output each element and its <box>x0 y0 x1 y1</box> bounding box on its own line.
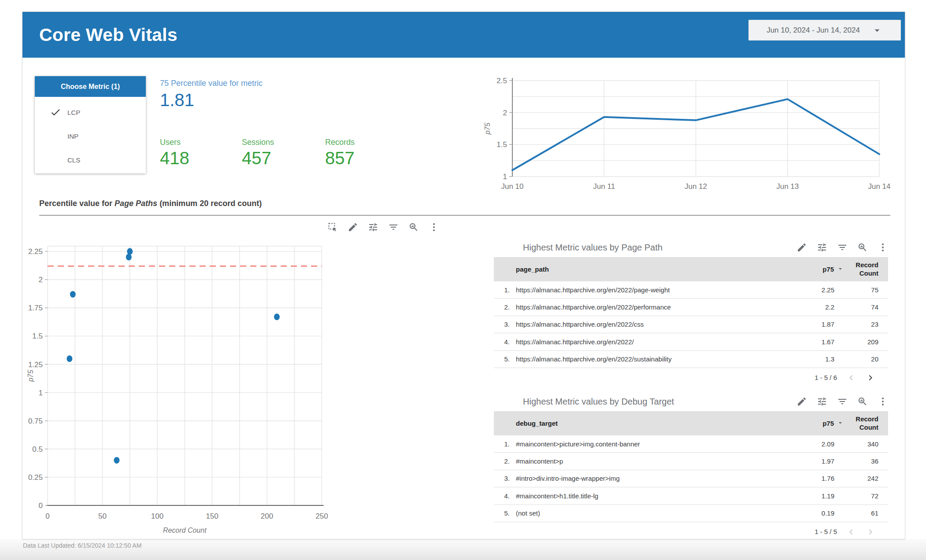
next-page-icon[interactable] <box>865 527 876 537</box>
records-label: Records <box>325 138 355 147</box>
previous-page-icon[interactable] <box>846 372 856 383</box>
p75-cell: 2.09 <box>768 440 834 448</box>
more-vert-icon[interactable] <box>878 396 888 407</box>
x-tick-label: 100 <box>151 512 163 520</box>
users-label: Users <box>160 138 181 147</box>
table-row[interactable]: 1.https://almanac.httparchive.org/en/202… <box>494 281 888 298</box>
page-path-table: Highest Metric values by Page Path page_… <box>494 238 888 387</box>
edit-icon[interactable] <box>796 242 807 253</box>
dimension-cell: https://almanac.httparchive.org/en/2022/… <box>510 355 768 363</box>
dimension-cell: #maincontent>h1.title.title-lg <box>510 492 768 500</box>
data-point[interactable] <box>127 248 133 255</box>
table-row[interactable]: 3.#intro>div.intro-image-wrapper>img1.76… <box>494 470 888 487</box>
record-count-cell: 20 <box>834 355 883 363</box>
data-point[interactable] <box>67 355 72 362</box>
y-axis-title: p75 <box>484 123 491 135</box>
date-range-value: Jun 10, 2024 - Jun 14, 2024 <box>767 26 860 35</box>
y-tick-label: 1 <box>503 173 507 181</box>
data-point[interactable] <box>274 313 280 320</box>
zoom-chart-icon[interactable] <box>857 242 868 253</box>
data-point[interactable] <box>70 291 76 298</box>
table-row[interactable]: 1.#maincontent>picture>img.content-banne… <box>494 435 888 453</box>
record-count-cell: 72 <box>834 492 883 500</box>
record-count-cell: 23 <box>834 321 883 328</box>
previous-page-icon[interactable] <box>846 527 856 537</box>
metric-option-label: CLS <box>67 156 80 164</box>
x-axis-title: Record Count <box>163 527 207 533</box>
data-point[interactable] <box>126 254 132 260</box>
metric-option-lcp[interactable]: LCP <box>35 100 146 124</box>
report-header: Core Web Vitals Jun 10, 2024 - Jun 14, 2… <box>22 12 905 58</box>
debug-target-table-rows: 1.#maincontent>picture>img.content-banne… <box>494 435 888 522</box>
column-header-dimension[interactable]: debug_target <box>510 420 778 427</box>
p75-cell: 1.3 <box>768 355 834 363</box>
row-index: 5. <box>494 355 510 363</box>
table-row[interactable]: 4.https://almanac.httparchive.org/en/202… <box>494 333 888 350</box>
edit-icon[interactable] <box>796 396 807 407</box>
page-path-table-header: page_pathp75Record Count <box>494 257 888 281</box>
p75-cell: 2.25 <box>768 286 834 294</box>
more-vert-icon[interactable] <box>878 242 888 253</box>
x-tick-label: Jun 11 <box>593 182 615 191</box>
tune-icon[interactable] <box>817 396 827 407</box>
table-row[interactable]: 3.https://almanac.httparchive.org/en/202… <box>494 316 888 333</box>
check-icon <box>50 107 61 118</box>
x-tick-label: Jun 12 <box>685 182 707 191</box>
y-axis-title: p75 <box>27 370 34 382</box>
selection-icon[interactable] <box>327 222 338 232</box>
report-canvas: Core Web Vitals Jun 10, 2024 - Jun 14, 2… <box>22 11 905 539</box>
column-header-p75[interactable]: p75 <box>778 419 844 428</box>
filter-icon[interactable] <box>837 396 848 407</box>
metric-filter-header[interactable]: Choose Metric (1) <box>35 76 146 97</box>
table-row[interactable]: 2.#maincontent>p1.9736 <box>494 453 888 470</box>
x-tick-label: 0 <box>45 512 49 520</box>
filter-icon[interactable] <box>837 242 848 253</box>
y-tick-label: 1.25 <box>28 361 43 369</box>
y-tick-label: 2 <box>503 109 507 117</box>
sort-caret-icon <box>837 419 844 428</box>
zoom-chart-icon[interactable] <box>857 396 868 407</box>
date-range-selector[interactable]: Jun 10, 2024 - Jun 14, 2024 <box>748 20 901 41</box>
metric-list: LCPINPCLS <box>35 97 146 172</box>
metric-option-label: INP <box>67 133 78 140</box>
edit-icon[interactable] <box>348 222 358 232</box>
debug-target-table-title: Highest Metric values by Debug Target <box>523 397 674 407</box>
primary-score-label: 75 Percentile value for metric <box>160 79 263 88</box>
metric-option-inp[interactable]: INP <box>35 124 146 148</box>
x-tick-label: Jun 10 <box>501 182 523 191</box>
row-index: 4. <box>494 492 510 500</box>
scatter-chart-toolbar <box>327 222 439 232</box>
row-index: 3. <box>494 475 510 482</box>
x-tick-label: 50 <box>98 512 107 520</box>
next-page-icon[interactable] <box>865 372 876 383</box>
zoom-chart-icon[interactable] <box>408 222 419 232</box>
row-index: 3. <box>494 321 510 328</box>
row-index: 2. <box>494 457 510 465</box>
page-path-table-title: Highest Metric values by Page Path <box>523 243 663 253</box>
table-row[interactable]: 4.#maincontent>h1.title.title-lg1.1972 <box>494 487 888 505</box>
tune-icon[interactable] <box>817 242 827 253</box>
more-vert-icon[interactable] <box>429 222 439 232</box>
table-row[interactable]: 5.https://almanac.httparchive.org/en/202… <box>494 351 888 368</box>
filter-icon[interactable] <box>388 222 399 232</box>
y-tick-label: 2.25 <box>28 247 43 256</box>
p75-cell: 1.87 <box>768 321 834 328</box>
column-header-record-count[interactable]: Record Count <box>844 261 883 278</box>
data-point[interactable] <box>114 457 119 464</box>
dimension-cell: #intro>div.intro-image-wrapper>img <box>510 475 768 482</box>
record-count-cell: 242 <box>834 475 883 482</box>
table-row[interactable]: 2.https://almanac.httparchive.org/en/202… <box>494 298 888 316</box>
pagination-range: 1 - 5 / 6 <box>815 374 837 381</box>
column-header-dimension[interactable]: page_path <box>510 265 778 273</box>
record-count-cell: 209 <box>834 338 883 346</box>
y-tick-label: 1 <box>39 389 43 397</box>
y-tick-label: 1.5 <box>496 140 507 149</box>
y-tick-label: 1.75 <box>28 304 43 312</box>
column-header-p75[interactable]: p75 <box>778 265 844 274</box>
tune-icon[interactable] <box>368 222 378 232</box>
p75-cell: 0.19 <box>768 509 834 517</box>
table-row[interactable]: 5.(not set)0.1961 <box>494 505 888 522</box>
line-chart: 11.522.5Jun 10Jun 11Jun 12Jun 13Jun 14p7… <box>483 66 908 194</box>
column-header-record-count[interactable]: Record Count <box>844 415 883 432</box>
metric-option-cls[interactable]: CLS <box>35 148 146 172</box>
